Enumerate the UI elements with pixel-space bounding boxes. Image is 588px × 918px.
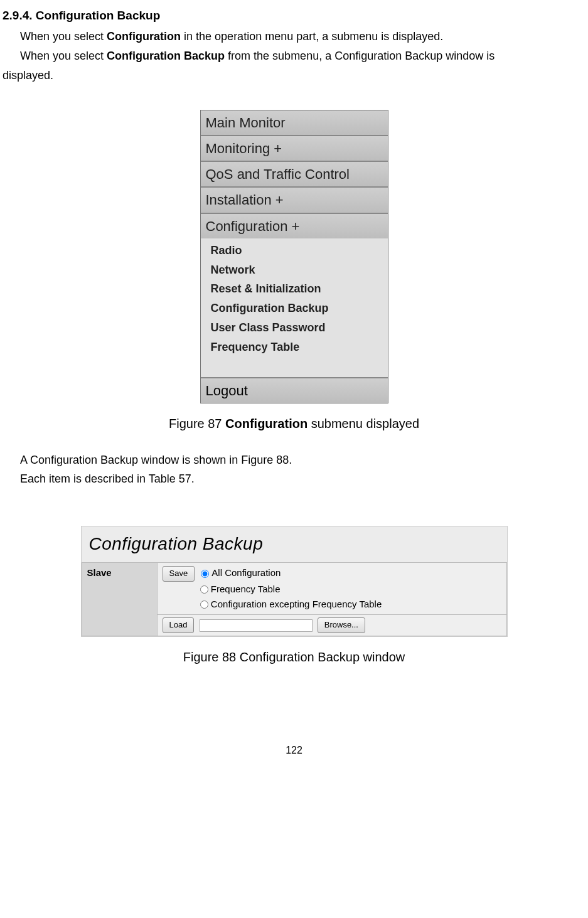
paragraph-4: A Configuration Backup window is shown i…	[3, 451, 585, 469]
text-bold: Configuration Backup	[107, 50, 225, 62]
section-heading: 2.9.4. Configuration Backup	[3, 6, 585, 25]
radio-except-freq-label: Configuration excepting Frequency Table	[211, 599, 382, 609]
figure-88-caption: Figure 88 Configuration Backup window	[3, 647, 585, 667]
menu-item-main-monitor[interactable]: Main Monitor	[201, 110, 388, 136]
menu-item-configuration[interactable]: Configuration +	[201, 214, 388, 238]
slave-label: Slave	[82, 563, 157, 636]
radio-freq-table[interactable]	[200, 585, 208, 594]
radio-except-freq[interactable]	[200, 600, 208, 609]
menu-item-qos[interactable]: QoS and Traffic Control	[201, 162, 388, 188]
radio-group: All Configuration Frequency Table Config…	[163, 567, 382, 609]
paragraph-2: When you select Configuration Backup fro…	[3, 47, 585, 65]
paragraph-1: When you select Configuration in the ope…	[3, 28, 585, 46]
load-cell: Load Browse...	[157, 614, 506, 636]
submenu-item-reset[interactable]: Reset & Initialization	[201, 279, 388, 299]
figure-87-caption: Figure 87 Configuration submenu displaye…	[3, 414, 585, 434]
menu-item-monitoring[interactable]: Monitoring +	[201, 136, 388, 162]
menu-item-installation[interactable]: Installation +	[201, 188, 388, 213]
page-number: 122	[3, 742, 585, 759]
menu-item-logout[interactable]: Logout	[201, 377, 388, 403]
radio-freq-table-label: Frequency Table	[211, 584, 281, 594]
text: from the submenu, a Configuration Backup…	[225, 50, 494, 62]
figure-88: Configuration Backup Slave Save All Conf…	[3, 526, 585, 637]
text: in the operation menu part, a submenu is…	[181, 30, 443, 43]
config-backup-table: Slave Save All Configuration Frequency T…	[82, 562, 507, 636]
paragraph-5: Each item is described in Table 57.	[3, 470, 585, 488]
text: When you select	[20, 50, 107, 62]
config-backup-title: Configuration Backup	[82, 526, 507, 562]
paragraph-3: displayed.	[3, 67, 585, 85]
submenu-item-user-class[interactable]: User Class Password	[201, 318, 388, 338]
save-cell: Save All Configuration Frequency Table C…	[157, 563, 506, 614]
save-button[interactable]: Save	[163, 566, 195, 582]
text: submenu displayed	[307, 417, 419, 430]
text: When you select	[20, 30, 107, 43]
config-backup-window: Configuration Backup Slave Save All Conf…	[81, 526, 508, 637]
browse-button[interactable]: Browse...	[318, 617, 365, 633]
file-path-input[interactable]	[200, 619, 313, 632]
load-button[interactable]: Load	[163, 617, 195, 633]
text: Figure 87	[169, 417, 225, 430]
text-bold: Configuration	[225, 417, 307, 430]
figure-87: Main Monitor Monitoring + QoS and Traffi…	[3, 110, 585, 403]
config-menu: Main Monitor Monitoring + QoS and Traffi…	[200, 110, 388, 403]
submenu-item-config-backup[interactable]: Configuration Backup	[201, 299, 388, 318]
radio-all-config[interactable]	[201, 570, 209, 578]
text-bold: Configuration	[107, 30, 181, 43]
submenu-item-freq-table[interactable]: Frequency Table	[201, 338, 388, 357]
submenu: Radio Network Reset & Initialization Con…	[201, 238, 388, 377]
radio-all-config-label: All Configuration	[211, 567, 281, 578]
submenu-item-network[interactable]: Network	[201, 260, 388, 280]
submenu-item-radio[interactable]: Radio	[201, 241, 388, 260]
